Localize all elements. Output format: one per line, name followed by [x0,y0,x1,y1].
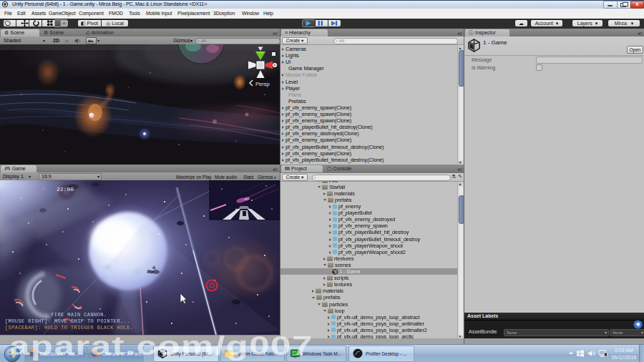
svg-text:3.: 3. [42,186,47,192]
svg-text:[SPACEBAR]: HOLD TO TRIGGER BL: [SPACEBAR]: HOLD TO TRIGGER BLACK HOLE. [5,325,133,331]
svg-text:: FIRE MAIN CANNON.: : FIRE MAIN CANNON. [44,312,107,318]
svg-text:Persp: Persp [255,81,270,87]
svg-text:22:00: 22:00 [57,186,74,192]
svg-text:[MOUSE RIGHT]: MOVE SHIP TO PO: [MOUSE RIGHT]: MOVE SHIP TO POINTER... [5,318,130,324]
